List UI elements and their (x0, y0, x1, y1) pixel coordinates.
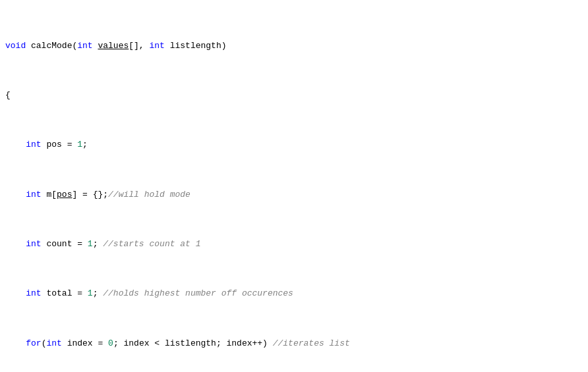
line-4: int m[pos] = {};//will hold mode (5, 189, 583, 201)
line-3: int pos = 1; (5, 139, 583, 151)
code-editor: void calcMode(int values[], int listleng… (0, 0, 588, 372)
line-6: int total = 1; //holds highest number of… (5, 288, 583, 300)
line-5: int count = 1; //starts count at 1 (5, 238, 583, 251)
line-7: for(int index = 0; index < listlength; i… (5, 338, 583, 350)
line-2: { (5, 90, 583, 102)
line-1: void calcMode(int values[], int listleng… (5, 40, 583, 53)
